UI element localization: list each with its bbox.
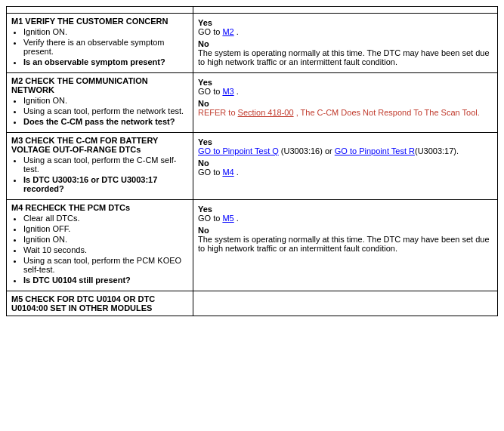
no-text: The system is operating normally at this… [198,48,493,66]
bullet-item: Using a scan tool, perform the network t… [23,106,188,115]
no-label: No [198,39,493,48]
section-link[interactable]: Section 418-00 [238,108,294,117]
step-title-M3: M3 CHECK THE C-CM FOR BATTERY VOLTAGE OU… [11,136,188,154]
bullet-item: Is DTC U3003:16 or DTC U3003:17 recorded… [23,175,188,193]
col-header-result [193,7,498,14]
step-title-M2: M2 CHECK THE COMMUNICATION NETWORK [11,76,188,94]
pinpoint-q-link[interactable]: GO to Pinpoint Test Q [198,146,279,155]
yes-link[interactable]: M5 [222,214,233,223]
step-bullets-M1: Ignition ON.Verify there is an observabl… [23,26,188,69]
yes-text: GO to M2 . [198,27,493,36]
step-bullets-M2: Ignition ON.Using a scan tool, perform t… [23,94,188,129]
bullet-item: Ignition ON. [23,235,188,244]
step-title-M1: M1 VERIFY THE CUSTOMER CONCERN [11,17,188,26]
yes-text: GO to Pinpoint Test Q (U3003:16) or GO t… [198,146,493,155]
yes-link[interactable]: M3 [222,87,233,96]
bullet-item: Wait 10 seconds. [23,245,188,254]
bullet-item: Clear all DTCs. [23,214,188,223]
result-cell-M5 [193,291,498,316]
yes-text: GO to M5 . [198,214,493,223]
bullet-item: Does the C-CM pass the network test? [23,117,188,126]
no-label: No [198,159,493,168]
result-cell-M4: YesGO to M5 .NoThe system is operating n… [193,200,498,291]
bullet-item: Using a scan tool, perform the PCM KOEO … [23,256,188,274]
no-text: The system is operating normally at this… [198,235,493,253]
bullet-item: Using a scan tool, perform the C-CM self… [23,155,188,174]
yes-text: GO to M3 . [198,87,493,96]
step-bullets-M3: Using a scan tool, perform the C-CM self… [23,154,188,196]
no-text: GO to M4 . [198,168,493,177]
step-cell-M4: M4 RECHECK THE PCM DTCsClear all DTCs.Ig… [7,200,193,291]
step-title-M5: M5 CHECK FOR DTC U0104 OR DTC U0104:00 S… [11,294,188,312]
yes-label: Yes [198,18,493,27]
yes-link[interactable]: M2 [222,27,233,36]
bullet-item: Verify there is an observable symptom pr… [23,38,188,56]
no-label: No [198,226,493,235]
yes-label: Yes [198,137,493,146]
no-link[interactable]: M4 [222,168,233,177]
no-label: No [198,99,493,108]
result-cell-M1: YesGO to M2 .NoThe system is operating n… [193,14,498,73]
yes-label: Yes [198,78,493,87]
diagnostic-table: M1 VERIFY THE CUSTOMER CONCERNIgnition O… [6,6,498,316]
refer-rest-text: , The C-CM Does Not Respond To The Scan … [294,108,480,117]
bullet-item: Ignition OFF. [23,224,188,233]
bullet-item: Is DTC U0104 still present? [23,276,188,285]
step-cell-M1: M1 VERIFY THE CUSTOMER CONCERNIgnition O… [7,14,193,73]
result-cell-M2: YesGO to M3 .NoREFER to Section 418-00 ,… [193,73,498,133]
refer-text: REFER to [198,108,238,117]
pinpoint-r-link[interactable]: GO to Pinpoint Test R [335,146,415,155]
step-bullets-M4: Clear all DTCs.Ignition OFF.Ignition ON.… [23,212,188,288]
bullet-item: Is an observable symptom present? [23,57,188,66]
bullet-item: Ignition ON. [23,27,188,36]
yes-label: Yes [198,205,493,214]
bullet-item: Ignition ON. [23,96,188,105]
result-cell-M3: YesGO to Pinpoint Test Q (U3003:16) or G… [193,133,498,200]
step-cell-M3: M3 CHECK THE C-CM FOR BATTERY VOLTAGE OU… [7,133,193,200]
step-cell-M5: M5 CHECK FOR DTC U0104 OR DTC U0104:00 S… [7,291,193,316]
step-title-M4: M4 RECHECK THE PCM DTCs [11,203,188,212]
col-header-step [7,7,193,14]
step-cell-M2: M2 CHECK THE COMMUNICATION NETWORKIgniti… [7,73,193,133]
no-text: REFER to Section 418-00 , The C-CM Does … [198,108,493,117]
